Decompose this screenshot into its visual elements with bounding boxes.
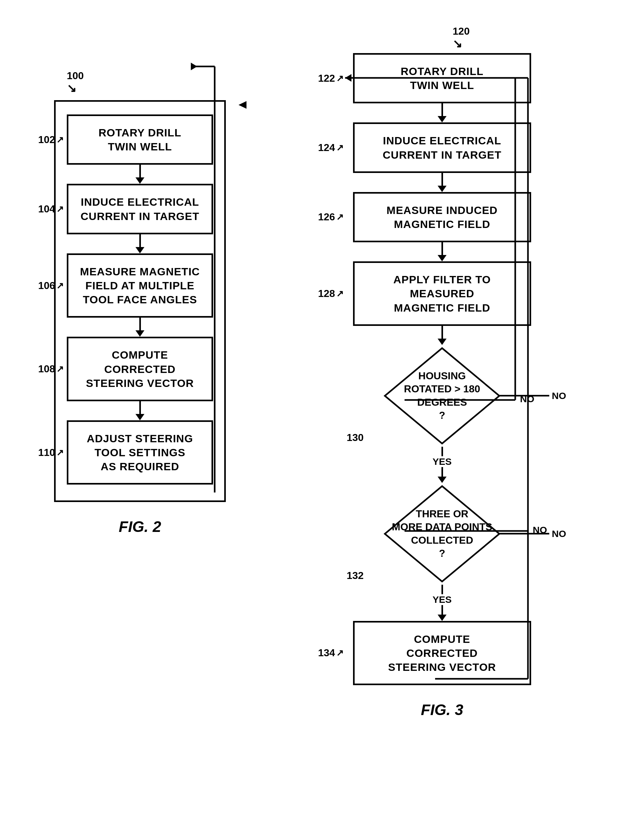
- fig3-box-126: MEASURE INDUCED MAGNETIC FIELD: [353, 192, 531, 242]
- fig3-box-128: APPLY FILTER TO MEASURED MAGNETIC FIELD: [353, 261, 531, 326]
- fig2-labeled-108: 108 ↗ COMPUTE CORRECTED STEERING VECTOR: [67, 337, 213, 401]
- fig3-connector-1: [437, 103, 447, 122]
- fig3-labeled-134: 134 ↗ COMPUTE CORRECTED STEERING VECTOR: [353, 621, 531, 685]
- fig2-connector-3: [136, 317, 144, 337]
- fig2-ref-102: 102 ↗: [38, 134, 63, 145]
- fig3-labeled-128: 128 ↗ APPLY FILTER TO MEASURED MAGNETIC …: [353, 261, 531, 326]
- fig2-ref-104: 104 ↗: [38, 203, 63, 215]
- fig2-labeled-110: 110 ↗ ADJUST STEERING TOOL SETTINGS AS R…: [67, 420, 213, 485]
- fig2-ref-110: 110 ↗: [38, 447, 63, 458]
- fig3-diamond1: HOUSING ROTATED > 180 DEGREES ?: [382, 345, 502, 447]
- fig3-ref-122: 122 ↗: [318, 73, 343, 84]
- fig3-label: FIG. 3: [421, 701, 463, 718]
- fig3-diamond2: THREE OR MORE DATA POINTS COLLECTED ?: [382, 483, 502, 585]
- fig3-yes1-section: YES: [433, 447, 452, 483]
- fig3-box-134: COMPUTE CORRECTED STEERING VECTOR: [353, 621, 531, 685]
- fig3-ref-124: 124 ↗: [318, 142, 343, 153]
- fig2-box-110: ADJUST STEERING TOOL SETTINGS AS REQUIRE…: [67, 420, 213, 485]
- fig2-box-102: ROTARY DRILL TWIN WELL: [67, 114, 213, 165]
- fig3-labeled-122: 122 ↗ ROTARY DRILL TWIN WELL: [353, 53, 531, 103]
- fig2-ref-108: 108 ↗: [38, 363, 63, 375]
- fig3-yes2-section: YES: [433, 585, 452, 621]
- page: 100 ↘ 102 ↗ ROTARY DRILL TWIN WELL: [0, 0, 638, 840]
- fig3-diamond1-no: NO: [498, 390, 566, 401]
- svg-marker-2: [191, 63, 197, 70]
- fig3-diamond2-no: NO: [498, 529, 566, 539]
- fig2-labeled-102: 102 ↗ ROTARY DRILL TWIN WELL: [67, 114, 213, 165]
- fig3-diamond1-text: HOUSING ROTATED > 180 DEGREES ?: [401, 366, 483, 425]
- fig3-container: 120 ↘ 122 ↗ ROTARY DRILL TWIN WELL: [267, 19, 617, 718]
- fig3-ref-main: 120 ↘: [356, 25, 566, 51]
- fig2-labeled-104: 104 ↗ INDUCE ELECTRICAL CURRENT IN TARGE…: [67, 184, 213, 234]
- fig2-label: FIG. 2: [118, 518, 161, 535]
- fig3-ref-130: 130: [347, 432, 363, 444]
- fig3-ref-134: 134 ↗: [318, 647, 343, 659]
- fig3-diamond1-wrapper: 130 HOUSING ROTATED > 180 DEGREES ? NO: [382, 345, 502, 447]
- fig2-connector-1: [136, 165, 144, 184]
- fig3-flowchart: 122 ↗ ROTARY DRILL TWIN WELL 124 ↗: [353, 53, 531, 685]
- fig2-connector-2: [136, 234, 144, 253]
- fig3-labeled-126: 126 ↗ MEASURE INDUCED MAGNETIC FIELD: [353, 192, 531, 242]
- fig3-box-124: INDUCE ELECTRICAL CURRENT IN TARGET: [353, 122, 531, 173]
- fig3-ref-132: 132: [347, 570, 363, 581]
- fig3-box-122: ROTARY DRILL TWIN WELL: [353, 53, 531, 103]
- fig3-ref-126: 126 ↗: [318, 211, 343, 223]
- fig3-connector-2: [437, 173, 447, 192]
- fig3-diamond2-wrapper: 132 THREE OR MORE DATA POINTS COLLECTED …: [382, 483, 502, 585]
- fig2-container: 100 ↘ 102 ↗ ROTARY DRILL TWIN WELL: [13, 19, 267, 535]
- fig2-connector-4: [136, 401, 144, 420]
- fig3-ref-128: 128 ↗: [318, 288, 343, 300]
- fig3-connector-3: [437, 242, 447, 261]
- fig2-box-108: COMPUTE CORRECTED STEERING VECTOR: [67, 337, 213, 401]
- fig3-labeled-124: 124 ↗ INDUCE ELECTRICAL CURRENT IN TARGE…: [353, 122, 531, 173]
- fig2-box-106: MEASURE MAGNETIC FIELD AT MULTIPLE TOOL …: [67, 253, 213, 318]
- fig2-box-104: INDUCE ELECTRICAL CURRENT IN TARGET: [67, 184, 213, 234]
- fig2-ref-number: 100: [67, 70, 84, 82]
- fig3-ref-number: 120: [453, 25, 469, 37]
- fig2-return-svg: [196, 66, 227, 76]
- fig2-labeled-106: 106 ↗ MEASURE MAGNETIC FIELD AT MULTIPLE…: [67, 253, 213, 318]
- fig3-diamond2-text: THREE OR MORE DATA POINTS COLLECTED ?: [388, 504, 496, 564]
- fig3-connector-4: [437, 326, 447, 345]
- fig2-outer-border: 102 ↗ ROTARY DRILL TWIN WELL 104 ↗: [54, 100, 226, 502]
- fig2-ref-106: 106 ↗: [38, 280, 63, 292]
